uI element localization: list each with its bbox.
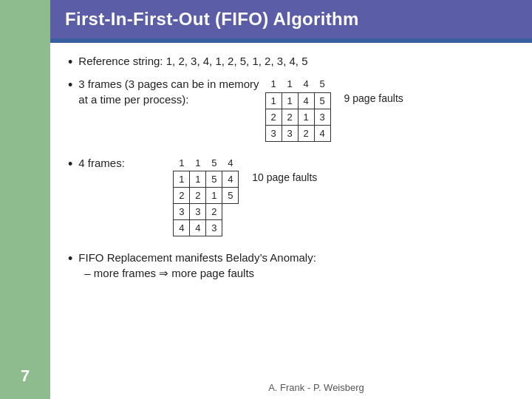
- cell-3f-r2c3: 3: [314, 109, 330, 125]
- left-sidebar: 7: [0, 0, 50, 399]
- bullet-1: • Reference string: 1, 2, 3, 4, 1, 2, 5,…: [68, 53, 517, 72]
- slide: 7 First-In-First-Out (FIFO) Algorithm • …: [0, 0, 532, 399]
- cell-4f-r4c3: [222, 220, 239, 236]
- cell-4f-r3c1: 3: [190, 204, 206, 220]
- three-frame-grid-area: 1 1 4 5 1 1 4 5: [265, 76, 403, 142]
- slide-title: First-In-First-Out (FIFO) Algorithm: [65, 9, 517, 30]
- bullet-dot-1: •: [68, 53, 72, 72]
- cell-3f-r2c2: 1: [298, 109, 314, 125]
- page-faults-3-label: 9 page faults: [344, 92, 403, 104]
- bullet-2-content: 3 frames (3 pages can be in memory at a …: [78, 76, 517, 142]
- bullet-1-text: Reference string: 1, 2, 3, 4, 1, 2, 5, 1…: [78, 53, 517, 69]
- section-gap-2: [68, 239, 517, 250]
- bullet-2-label: 3 frames (3 pages can be in memory at a …: [78, 76, 259, 107]
- cell-4f-r0c3: 4: [222, 155, 239, 171]
- cell-3f-r0c3: 5: [314, 76, 330, 92]
- bullet-3-text: 4 frames:: [78, 157, 125, 169]
- title-bar: First-In-First-Out (FIFO) Algorithm: [50, 0, 532, 38]
- cell-3f-r0c0: 1: [265, 76, 282, 92]
- cell-3f-r2c1: 2: [282, 109, 298, 125]
- cell-4f-r2c2: 1: [206, 188, 222, 204]
- cell-4f-r4c2: 3: [206, 220, 222, 236]
- four-frame-grid-area: 1 1 5 4 1 1 5 4: [173, 155, 317, 237]
- four-frame-table: 1 1 5 4 1 1 5 4: [173, 155, 239, 237]
- cell-4f-r3c0: 3: [174, 204, 190, 220]
- bullet-2-text-1: 3 frames (3 pages can be in memory: [78, 76, 259, 92]
- cell-3f-r1c3: 5: [314, 92, 330, 109]
- bullet-4-line1: FIFO Replacement manifests Belady’s Anom…: [78, 250, 316, 265]
- bullet-2-row: • 3 frames (3 pages can be in memory at …: [68, 76, 517, 142]
- cell-3f-r3c0: 3: [265, 125, 282, 141]
- bullet-4-line2: – more frames ⇒ more page faults: [84, 265, 316, 281]
- body-content: • Reference string: 1, 2, 3, 4, 1, 2, 5,…: [50, 43, 532, 291]
- footer-text: A. Frank - P. Weisberg: [268, 382, 364, 393]
- bullet-3-label: 4 frames:: [78, 155, 167, 171]
- cell-4f-r3c2: 2: [206, 204, 222, 220]
- bullet-3-row: • 4 frames: 1 1 5 4: [68, 155, 517, 237]
- bullet-3-content: 4 frames: 1 1 5 4 1: [78, 155, 517, 237]
- cell-4f-r2c1: 2: [190, 188, 206, 204]
- cell-4f-r1c0: 1: [174, 171, 190, 188]
- content-area: First-In-First-Out (FIFO) Algorithm • Re…: [50, 0, 532, 399]
- bullet-dot-3: •: [68, 155, 72, 174]
- cell-4f-r1c2: 5: [206, 171, 222, 188]
- cell-3f-r3c3: 4: [314, 125, 330, 141]
- cell-3f-r1c0: 1: [265, 92, 282, 109]
- bullet-2-text-2: at a time per process):: [78, 92, 259, 107]
- cell-3f-r1c2: 4: [298, 92, 314, 109]
- bullet-dot-2: •: [68, 76, 72, 95]
- slide-footer: A. Frank - P. Weisberg: [100, 382, 532, 393]
- cell-4f-r1c1: 1: [190, 171, 206, 188]
- cell-4f-r3c3: [222, 204, 239, 220]
- cell-3f-r3c1: 3: [282, 125, 298, 141]
- bullet-4: • FIFO Replacement manifests Belady’s An…: [68, 250, 517, 281]
- cell-4f-r2c0: 2: [174, 188, 190, 204]
- cell-4f-r1c3: 4: [222, 171, 239, 188]
- cell-4f-r4c0: 4: [174, 220, 190, 236]
- page-number: 7: [0, 366, 50, 386]
- three-frame-table: 1 1 4 5 1 1 4 5: [265, 76, 331, 142]
- cell-4f-r0c1: 1: [190, 155, 206, 171]
- cell-3f-r1c1: 1: [282, 92, 298, 109]
- cell-4f-r0c2: 5: [206, 155, 222, 171]
- cell-3f-r0c1: 1: [282, 76, 298, 92]
- bullet-4-content: FIFO Replacement manifests Belady’s Anom…: [78, 250, 316, 281]
- cell-4f-r0c0: 1: [174, 155, 190, 171]
- bullet-dot-4: •: [68, 250, 72, 268]
- section-gap-1: [68, 145, 517, 155]
- page-faults-4-label: 10 page faults: [252, 171, 317, 183]
- cell-3f-r0c2: 4: [298, 76, 314, 92]
- cell-4f-r2c3: 5: [222, 188, 239, 204]
- cell-3f-r2c0: 2: [265, 109, 282, 125]
- cell-3f-r3c2: 2: [298, 125, 314, 141]
- cell-4f-r4c1: 4: [190, 220, 206, 236]
